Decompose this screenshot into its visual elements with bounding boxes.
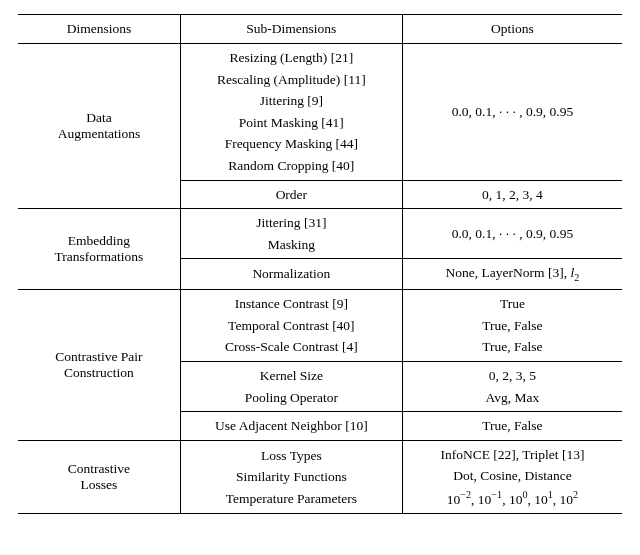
sub-data-aug-2: Order <box>180 180 402 209</box>
sub-data-aug-1: Resizing (Length) [21]Rescaling (Amplitu… <box>180 44 402 181</box>
dim-embed: EmbeddingTransformations <box>18 209 180 290</box>
opt-pair-1: TrueTrue, FalseTrue, False <box>402 290 622 362</box>
sub-loss-1: Loss TypesSimilarity FunctionsTemperatur… <box>180 440 402 513</box>
sub-pair-1: Instance Contrast [9]Temporal Contrast [… <box>180 290 402 362</box>
opt-data-aug-2: 0, 1, 2, 3, 4 <box>402 180 622 209</box>
header-options: Options <box>402 15 622 44</box>
opt-loss-1: InfoNCE [22], Triplet [13]Dot, Cosine, D… <box>402 440 622 513</box>
header-sub: Sub-Dimensions <box>180 15 402 44</box>
dim-data-aug: DataAugmentations <box>18 44 180 209</box>
header-dimensions: Dimensions <box>18 15 180 44</box>
opt-embed-2: None, LayerNorm [3], l2 <box>402 259 622 290</box>
dim-loss: ContrastiveLosses <box>18 440 180 513</box>
sub-pair-3: Use Adjacent Neighbor [10] <box>180 412 402 441</box>
sub-embed-2: Normalization <box>180 259 402 290</box>
opt-pair-2: 0, 2, 3, 5Avg, Max <box>402 362 622 412</box>
dim-pair: Contrastive PairConstruction <box>18 290 180 441</box>
opt-data-aug-1: 0.0, 0.1, · · · , 0.9, 0.95 <box>402 44 622 181</box>
sub-pair-2: Kernel SizePooling Operator <box>180 362 402 412</box>
opt-embed-1: 0.0, 0.1, · · · , 0.9, 0.95 <box>402 209 622 259</box>
design-space-table: Dimensions Sub-Dimensions Options DataAu… <box>18 14 622 514</box>
sub-embed-1: Jittering [31]Masking <box>180 209 402 259</box>
opt-pair-3: True, False <box>402 412 622 441</box>
